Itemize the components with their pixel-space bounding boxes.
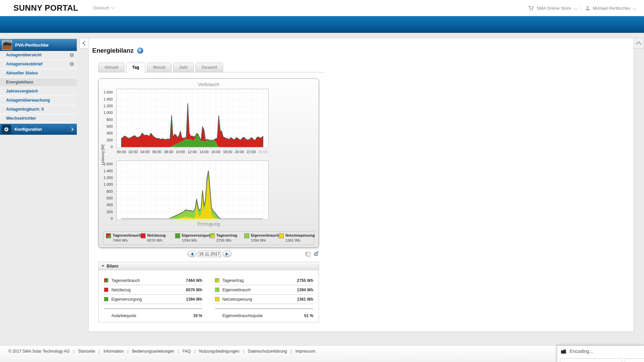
row-value: 1361 Wh	[297, 297, 313, 302]
legend-swatch-tagesertrag	[210, 233, 215, 238]
legend-label: Eigenversorgung	[182, 233, 212, 238]
row-label: Netzbezug	[111, 288, 183, 292]
divider	[104, 308, 202, 309]
chevron-down-icon	[574, 6, 577, 10]
sidebar-item-label: Energiebilanz	[6, 80, 33, 84]
collapse-sidebar-button[interactable]	[79, 38, 89, 49]
next-day-button[interactable]	[222, 251, 231, 257]
tab-tag[interactable]: Tag	[126, 63, 145, 73]
brand-logo[interactable]: SUNNY PORTAL	[13, 0, 78, 16]
legend-label: Netzbezug	[147, 233, 166, 238]
bilanz-panel: Bilanz Tagesverbrauch7464 Wh Netzbezug60…	[98, 262, 319, 322]
table-row: Netzeinspeisung1361 Wh	[215, 295, 313, 304]
legend-item: Eigenverbrauch1394 Wh	[244, 233, 279, 245]
chevron-down-icon	[633, 6, 636, 10]
footer-link[interactable]: Nutzungsbedingungen	[199, 349, 239, 354]
chevron-up-icon	[636, 42, 642, 47]
sidebar-item-label: Aktueller Status	[6, 71, 38, 75]
encoding-header: Encoding...	[557, 346, 644, 354]
legend-value: 1394 Wh	[182, 238, 212, 243]
row-label: Eigenversorgung	[111, 297, 183, 302]
table-row: Eigenverbrauch1394 Wh	[215, 285, 313, 295]
row-value: 1394 Wh	[297, 288, 313, 292]
legend-label: Eigenverbrauch	[251, 233, 279, 238]
sidebar-item-wechselrichter[interactable]: Wechselrichter	[0, 114, 77, 123]
chart-title-erzeugung: Erzeugung	[99, 221, 319, 227]
tab-aktuell[interactable]: Aktuell	[98, 63, 124, 72]
previous-day-button[interactable]	[187, 251, 197, 257]
date-input[interactable]	[198, 251, 221, 257]
globe-icon	[70, 53, 74, 57]
row-value: 2755 Wh	[297, 278, 313, 283]
legend-label: Tagesertrag	[216, 233, 237, 238]
row-label: Tagesverbrauch	[111, 278, 183, 283]
tab-jahr[interactable]: Jahr	[173, 63, 194, 72]
encoding-label: Encoding...	[570, 349, 593, 354]
tab-gesamt[interactable]: Gesamt	[196, 63, 223, 72]
tab-monat[interactable]: Monat	[147, 63, 171, 72]
export-icon[interactable]	[305, 251, 311, 257]
sidebar-item-anlagenuebersicht[interactable]: Anlagenübersicht	[0, 51, 77, 60]
sidebar-item-konfiguration[interactable]: Konfiguration	[0, 124, 77, 135]
legend-swatch-netzbezug	[141, 233, 146, 238]
page-title-text: Energiebilanz	[92, 47, 134, 54]
store-menu[interactable]: SMA Online Store	[537, 6, 571, 11]
footer-link[interactable]: FAQ	[182, 349, 191, 354]
divider	[581, 5, 581, 11]
footer-separator: |	[73, 349, 74, 354]
footer-link[interactable]: Impressum	[296, 349, 315, 354]
table-row: Eigenversorgung1394 Wh	[104, 295, 202, 304]
footer: © 2017 SMA Solar Technology AG |Startsei…	[0, 345, 644, 362]
sidebar-item-anlagenueberwachung[interactable]: Anlagenüberwachung	[0, 96, 77, 105]
top-bar: SUNNY PORTAL Deutsch SMA Online Store Mi…	[0, 0, 644, 16]
encoding-button[interactable]	[625, 358, 644, 362]
main-content: Energiebilanz ? Aktuell Tag Monat Jahr G…	[88, 38, 634, 332]
user-menu[interactable]: Michael Perlitschke	[593, 6, 630, 11]
legend-item: Netzbezug6070 Wh	[141, 233, 175, 245]
footer-link[interactable]: Information	[104, 349, 124, 354]
table-row: Tagesertrag2755 Wh	[215, 276, 313, 285]
language-dropdown[interactable]: Deutsch	[93, 0, 114, 16]
chart-settings-gear-icon[interactable]	[313, 251, 319, 257]
legend-label: Tagesverbrauch	[113, 233, 141, 238]
footer-separator: |	[194, 349, 195, 354]
sidebar-item-energiebilanz[interactable]: Energiebilanz	[0, 78, 77, 87]
language-label: Deutsch	[93, 5, 109, 10]
erzeugung-plot[interactable]	[116, 161, 269, 220]
swatch-tagesverbrauch	[104, 278, 108, 283]
sidebar-item-anlagenlogbuch[interactable]: Anlagenlogbuch: 0	[0, 105, 77, 114]
gear-icon	[2, 125, 11, 134]
sidebar-item-label: Anlagenlogbuch: 0	[6, 107, 44, 112]
bilanz-left-column: Tagesverbrauch7464 Wh Netzbezug6070 Wh E…	[104, 276, 202, 318]
footer-separator: |	[99, 349, 100, 354]
swatch-netzeinspeisung	[215, 297, 219, 301]
cart-icon	[528, 5, 534, 11]
sidebar-item-anlagensteckbrief[interactable]: Anlagensteckbrief	[0, 60, 77, 69]
user-icon	[585, 5, 590, 11]
encoding-button[interactable]	[560, 358, 622, 362]
chevron-right-icon	[70, 127, 73, 131]
table-row: Autarkiequote19 %	[104, 313, 202, 318]
bilanz-header[interactable]: Bilanz	[99, 262, 319, 270]
top-right-menu: SMA Online Store Michael Perlitschke	[528, 0, 636, 16]
sidebar-item-jahresvergleich[interactable]: Jahresvergleich	[0, 87, 77, 96]
row-label: Eigenverbrauch	[222, 288, 294, 292]
plant-header[interactable]: PVA-Perlitschke	[0, 39, 77, 51]
legend-value: 2755 Wh	[216, 238, 237, 243]
verbrauch-plot[interactable]	[116, 89, 269, 148]
footer-separator: |	[243, 349, 244, 354]
sidebar-item-aktueller-status[interactable]: Aktueller Status	[0, 69, 77, 78]
sidebar-item-label: Anlagensteckbrief	[6, 62, 42, 66]
scroll-top-button[interactable]	[634, 38, 644, 49]
legend-value: 1394 Wh	[251, 238, 279, 243]
footer-link[interactable]: Bedienungsanleitungen	[132, 349, 174, 354]
help-icon[interactable]: ?	[137, 48, 143, 54]
bilanz-title: Bilanz	[107, 264, 118, 268]
screen: SUNNY PORTAL Deutsch SMA Online Store Mi…	[0, 0, 644, 362]
footer-link[interactable]: Datenschutzerklärung	[248, 349, 287, 354]
footer-link[interactable]: Startseite	[78, 349, 95, 354]
bilanz-table: Tagesverbrauch7464 Wh Netzbezug6070 Wh E…	[104, 276, 313, 318]
page-title: Energiebilanz ?	[92, 47, 143, 54]
footer-separator: |	[291, 349, 292, 354]
chevron-left-icon	[82, 41, 87, 46]
